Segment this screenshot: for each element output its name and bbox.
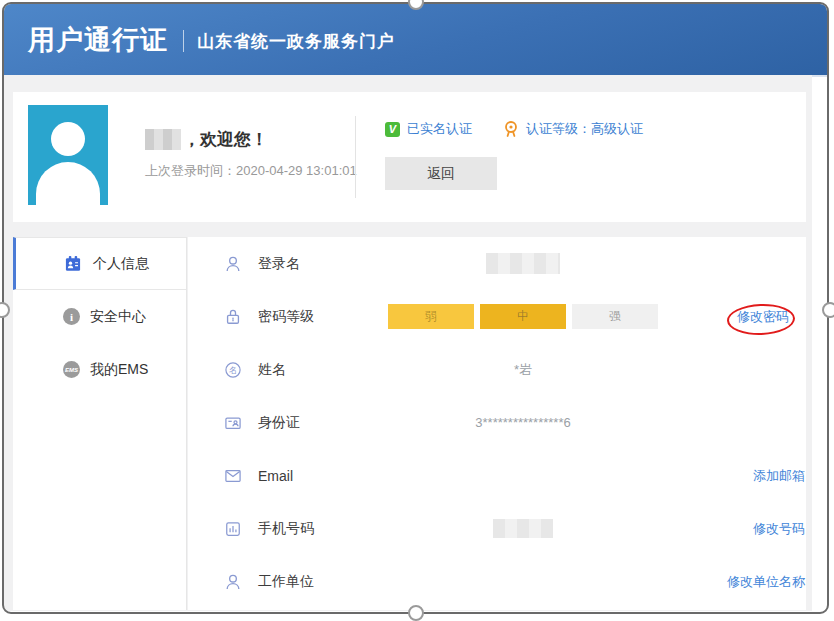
sidebar-item-label: 安全中心 (90, 308, 146, 326)
auth-level-badge: 认证等级：高级认证 (502, 120, 643, 138)
avatar-head (51, 122, 85, 156)
selection-handle-bottom[interactable] (408, 605, 424, 621)
selection-handle-right[interactable] (822, 302, 834, 318)
change-unit-name-link[interactable]: 修改单位名称 (727, 573, 806, 591)
realname-verified-badge: V 已实名认证 (385, 120, 472, 138)
medal-icon (502, 120, 520, 138)
change-password-link[interactable]: 修改密码 (737, 308, 790, 326)
info-icon: i (63, 308, 80, 325)
id-badge-icon (63, 254, 83, 274)
username-blurred (145, 129, 181, 150)
app-header: 用户通行证 山东省统一政务服务门户 (4, 4, 827, 77)
header-divider (183, 30, 184, 52)
badge-row: V 已实名认证 认证等级：高级认证 (385, 120, 643, 138)
password-level-medium: 中 (480, 304, 566, 329)
sidebar-item-my-ems[interactable]: EMS 我的EMS (13, 343, 186, 396)
field-label: 身份证 (258, 414, 388, 432)
field-label: 手机号码 (258, 520, 388, 538)
portal-subtitle: 山东省统一政务服务门户 (197, 30, 395, 53)
mail-icon (222, 466, 244, 486)
screenshot-root: 用户通行证 山东省统一政务服务门户 ，欢迎您！ 上次登录时间：2020-04-2… (0, 0, 834, 621)
greeting: ，欢迎您！ (145, 128, 268, 151)
profile-divider (355, 116, 356, 198)
last-login-time: 上次登录时间：2020-04-29 13:01:01 (145, 162, 357, 180)
password-strength-meter: 弱 中 强 (388, 304, 658, 329)
person-icon (222, 572, 244, 592)
back-button[interactable]: 返回 (385, 157, 497, 190)
app-title: 用户通行证 (28, 22, 168, 58)
sidebar-item-personal-info[interactable]: 个人信息 (13, 237, 186, 290)
row-name: 名 姓名 *岩 (188, 343, 806, 396)
mobile-bars-icon (222, 519, 244, 539)
password-level-strong: 强 (572, 304, 658, 329)
field-label: 姓名 (258, 361, 388, 379)
realname-verified-label: 已实名认证 (407, 120, 472, 138)
lock-icon (222, 307, 244, 327)
login-name-value-blurred (388, 253, 658, 274)
add-email-link[interactable]: 添加邮箱 (753, 467, 806, 485)
profile-card: ，欢迎您！ 上次登录时间：2020-04-29 13:01:01 V 已实名认证… (13, 92, 806, 222)
mobile-value-blurred (388, 519, 658, 538)
auth-level-label: 认证等级：高级认证 (526, 120, 643, 138)
svg-text:名: 名 (229, 365, 237, 375)
greeting-text: ，欢迎您！ (183, 128, 268, 151)
name-circle-icon: 名 (222, 360, 244, 380)
avatar (28, 105, 108, 205)
sidebar-item-label: 我的EMS (90, 361, 148, 379)
row-mobile-number: 手机号码 修改号码 (188, 502, 806, 555)
avatar-torso (36, 162, 100, 205)
verified-v-icon: V (385, 122, 400, 137)
field-label: Email (258, 468, 388, 484)
personal-info-panel: 登录名 密码等级 弱 中 强 修改密码 (188, 237, 806, 610)
field-label: 工作单位 (258, 573, 388, 591)
row-work-unit: 工作单位 修改单位名称 (188, 555, 806, 608)
row-password-level: 密码等级 弱 中 强 修改密码 (188, 290, 806, 343)
sidebar: 个人信息 i 安全中心 EMS 我的EMS (13, 237, 187, 610)
name-value: *岩 (388, 361, 658, 379)
sidebar-item-label: 个人信息 (93, 255, 149, 273)
user-icon (222, 254, 244, 274)
id-card-icon (222, 413, 244, 433)
sidebar-item-security-center[interactable]: i 安全中心 (13, 290, 186, 343)
row-id-card: 身份证 3****************6 (188, 396, 806, 449)
password-level-weak: 弱 (388, 304, 474, 329)
row-email: Email 添加邮箱 (188, 449, 806, 502)
row-login-name: 登录名 (188, 237, 806, 290)
field-label: 登录名 (258, 255, 388, 273)
change-number-link[interactable]: 修改号码 (753, 520, 806, 538)
id-card-value: 3****************6 (388, 415, 658, 430)
ems-icon: EMS (63, 361, 80, 378)
field-label: 密码等级 (258, 308, 388, 326)
